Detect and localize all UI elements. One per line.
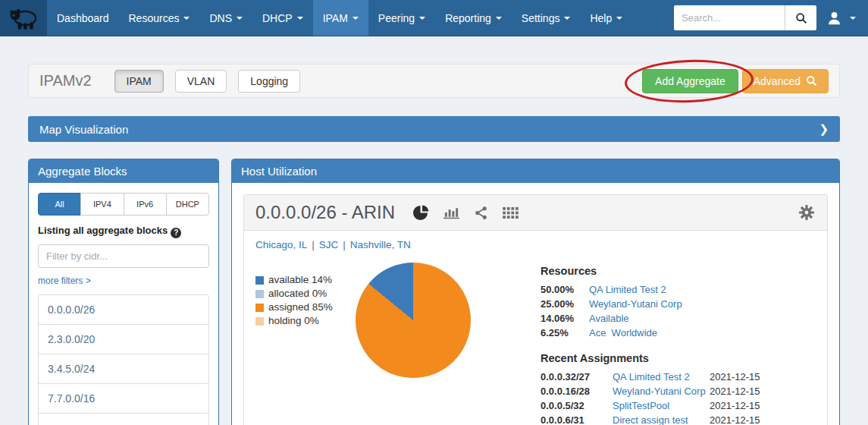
caret-down-icon — [616, 17, 622, 20]
panda-logo-icon — [7, 5, 40, 32]
resource-link[interactable]: QA Limited Test 2 — [589, 284, 816, 295]
tab-ipv4[interactable]: IPV4 — [80, 193, 124, 216]
tab-dhcp[interactable]: DHCP — [166, 193, 209, 216]
block-title: 0.0.0.0/26 - ARIN — [255, 202, 395, 223]
aggregate-blocks-panel: Aggregate Blocks All IPV4 IPv6 DHCP List… — [28, 159, 219, 425]
app-logo[interactable] — [0, 0, 47, 36]
more-filters-link[interactable]: more filters > — [38, 275, 91, 286]
list-item[interactable]: 2.3.0.0/20 — [39, 325, 208, 354]
tab-ipam[interactable]: IPAM — [114, 70, 164, 93]
caret-down-icon — [496, 17, 502, 20]
location-link[interactable]: SJC — [319, 239, 339, 250]
help-icon[interactable]: ? — [171, 228, 181, 238]
legend-item: available 14% — [255, 273, 345, 287]
nav-ipam[interactable]: IPAM — [313, 0, 368, 36]
resource-link[interactable]: Weyland-Yutani Corp — [589, 298, 816, 310]
search-input[interactable] — [674, 5, 785, 30]
pie-chart-icon — [413, 205, 429, 221]
cidr-filter-input[interactable] — [38, 244, 209, 268]
grid-view-button[interactable] — [503, 207, 519, 219]
user-icon — [827, 11, 841, 25]
resources-list: 50.00%QA Limited Test 2 25.00%Weyland-Yu… — [541, 284, 816, 338]
legend-swatch — [255, 317, 264, 326]
nav-settings[interactable]: Settings — [512, 0, 581, 36]
tab-all[interactable]: All — [38, 193, 81, 216]
main-menu: Dashboard Resources DNS DHCP IPAM Peerin… — [47, 0, 632, 36]
recent-assignments-heading: Recent Assignments — [541, 352, 816, 364]
page-header: IPAMv2 IPAM VLAN Logging Add Aggregate A… — [28, 64, 840, 98]
bar-chart-icon — [443, 206, 459, 219]
listing-label: Listing all aggregate blocks? — [38, 225, 209, 238]
tab-ipv6[interactable]: IPv6 — [124, 193, 167, 216]
caret-down-icon — [564, 17, 570, 20]
legend-swatch — [255, 290, 264, 298]
resources-heading: Resources — [541, 265, 816, 277]
resource-link[interactable]: Available — [589, 313, 816, 324]
list-item[interactable]: 7.7.0.0/16 — [39, 384, 208, 414]
aggregate-filter-tabs: All IPV4 IPv6 DHCP — [38, 193, 209, 216]
tab-logging[interactable]: Logging — [238, 70, 300, 93]
caret-down-icon — [850, 17, 856, 20]
resource-link[interactable]: Ace Worldwide — [589, 327, 816, 338]
nav-peering[interactable]: Peering — [368, 0, 435, 36]
nav-help[interactable]: Help — [580, 0, 632, 36]
share-icon — [474, 206, 488, 220]
assignment-link[interactable]: QA Limited Test 2 — [613, 371, 710, 382]
bar-chart-view-button[interactable] — [443, 206, 459, 219]
search-button[interactable] — [785, 5, 816, 30]
add-aggregate-button[interactable]: Add Aggregate — [642, 69, 738, 93]
block-subheader: 0.0.0.0/26 - ARIN — [244, 195, 827, 231]
advanced-search-button[interactable]: Advanced — [742, 69, 829, 93]
host-utilization-title: Host Utilization — [232, 159, 839, 183]
legend-swatch — [255, 276, 264, 285]
nav-reporting[interactable]: Reporting — [435, 0, 512, 36]
pie-chart — [356, 263, 471, 378]
share-button[interactable] — [474, 206, 488, 220]
nav-resources[interactable]: Resources — [119, 0, 200, 36]
navbar: Dashboard Resources DNS DHCP IPAM Peerin… — [0, 0, 868, 36]
legend-item: allocated 0% — [255, 287, 345, 301]
assignment-link[interactable]: Direct assign test — [613, 414, 710, 425]
user-menu[interactable] — [827, 11, 856, 25]
nav-dns[interactable]: DNS — [199, 0, 252, 36]
search-icon — [806, 75, 817, 87]
legend-item: assigned 85% — [255, 301, 345, 314]
assignment-link[interactable]: Weyland-Yutani Corp — [613, 386, 710, 397]
aggregate-blocks-title: Aggregate Blocks — [29, 159, 218, 183]
legend-swatch — [255, 304, 264, 312]
pie-legend: available 14% allocated 0% assigned 85% — [255, 273, 345, 425]
global-search — [674, 5, 816, 30]
nav-dhcp[interactable]: DHCP — [252, 0, 313, 36]
list-item[interactable]: 3.4.5.0/24 — [39, 354, 208, 384]
location-breadcrumb: Chicago, IL|SJC|Nashville, TN — [244, 231, 827, 253]
header-actions: Add Aggregate Advanced — [642, 69, 829, 93]
tab-vlan[interactable]: VLAN — [175, 70, 227, 93]
search-icon — [795, 12, 807, 24]
page-title: IPAMv2 — [39, 72, 92, 90]
page-content: IPAMv2 IPAM VLAN Logging Add Aggregate A… — [0, 64, 868, 425]
grid-icon — [503, 207, 519, 219]
aggregate-block-list: 0.0.0.0/26 2.3.0.0/20 3.4.5.0/24 7.7.0.0… — [38, 294, 209, 425]
map-visualization-toggle[interactable]: Map Visualization ❯ — [28, 116, 840, 142]
location-link[interactable]: Chicago, IL — [255, 239, 307, 250]
list-item[interactable]: 0.0.0.0/26 — [39, 295, 208, 325]
settings-button[interactable] — [797, 203, 816, 222]
navbar-right — [674, 0, 868, 36]
assignment-link[interactable]: SplitTestPool — [613, 400, 710, 411]
chevron-right-icon: ❯ — [819, 122, 829, 136]
legend-item: holding 0% — [255, 314, 345, 328]
pie-view-button[interactable] — [413, 205, 429, 221]
location-link[interactable]: Nashville, TN — [350, 239, 411, 250]
gear-icon — [797, 203, 816, 222]
caret-down-icon — [297, 17, 303, 20]
caret-down-icon — [419, 17, 425, 20]
caret-down-icon — [183, 17, 190, 20]
nav-dashboard[interactable]: Dashboard — [47, 0, 119, 36]
caret-down-icon — [237, 17, 243, 20]
list-item[interactable] — [39, 414, 208, 425]
caret-down-icon — [353, 17, 359, 20]
host-utilization-panel: Host Utilization 0.0.0.0/26 - ARIN — [231, 159, 840, 425]
recent-assignments-list: 0.0.0.32/27QA Limited Test 22021-12-15 0… — [541, 371, 816, 425]
